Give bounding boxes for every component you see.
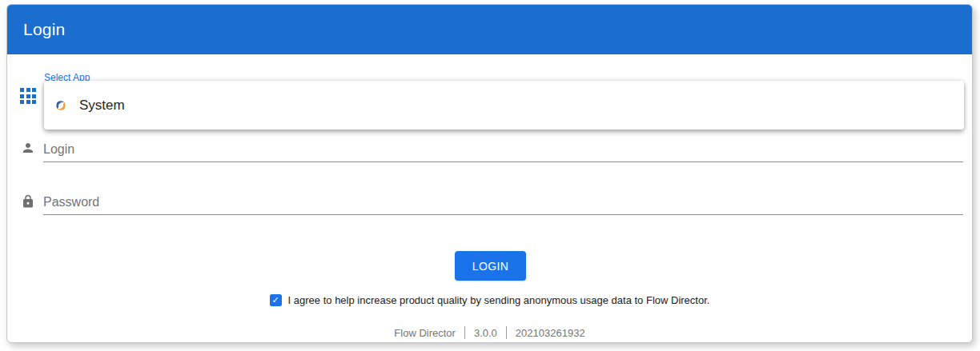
- footer-build-number: 202103261932: [516, 327, 585, 339]
- password-input[interactable]: [43, 190, 963, 215]
- footer-divider: [464, 326, 465, 339]
- footer-divider: [506, 326, 507, 339]
- checkmark-icon: ✓: [271, 296, 279, 305]
- footer: Flow Director 3.0.0 202103261932: [7, 326, 972, 339]
- login-button[interactable]: LOGIN: [455, 251, 526, 281]
- consent-label: I agree to help increase product quality…: [288, 294, 710, 306]
- consent-row: ✓ I agree to help increase product quali…: [7, 294, 972, 306]
- app-option-system[interactable]: System: [44, 81, 964, 130]
- system-logo-icon: [53, 98, 69, 114]
- login-card: Login Select App System: [6, 4, 973, 343]
- consent-checkbox[interactable]: ✓: [270, 294, 282, 306]
- lock-icon: [21, 194, 35, 209]
- header-bar: Login: [7, 5, 972, 54]
- page-title: Login: [23, 20, 65, 39]
- footer-version: 3.0.0: [474, 327, 497, 339]
- app-select-dropdown-panel: System: [44, 81, 964, 130]
- login-input[interactable]: [43, 138, 963, 162]
- person-icon: [21, 141, 35, 155]
- apps-grid-icon[interactable]: [20, 88, 36, 104]
- footer-product-name: Flow Director: [394, 327, 456, 339]
- app-option-label: System: [79, 98, 125, 114]
